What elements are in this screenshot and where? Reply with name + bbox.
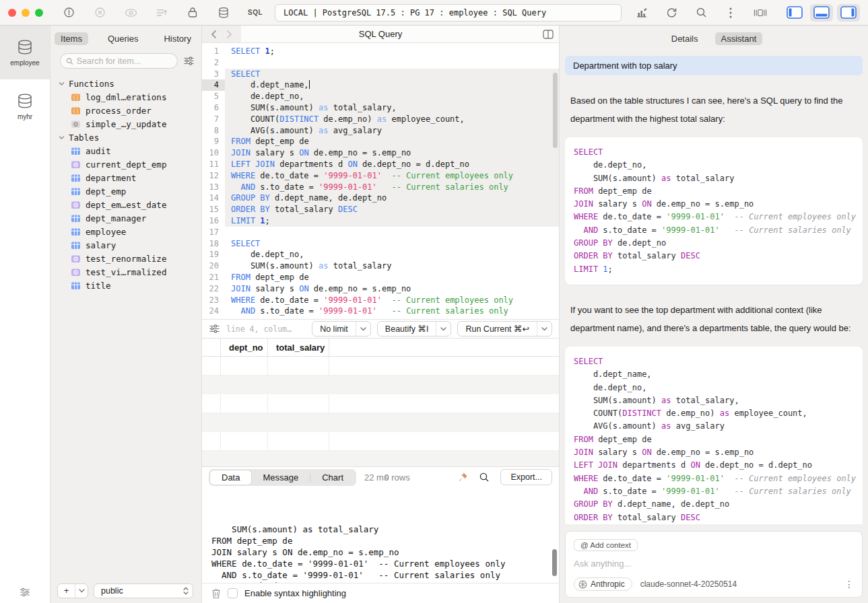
toggle-bottom-panel-button[interactable]	[810, 4, 833, 22]
assistant-intro-text: Based on the table structures I can see,…	[570, 92, 856, 128]
output-tab-message[interactable]: Message	[251, 470, 310, 485]
beautify-button[interactable]: Beautify ⌘I	[377, 321, 452, 336]
assistant-composer[interactable]: @ Add context Anthropic claude-sonnet-4-…	[565, 531, 863, 598]
sql-editor[interactable]: 123456789101112131415161718192021222324 …	[202, 43, 559, 319]
sidebar-item-process_order[interactable]: ()process_order	[59, 104, 201, 117]
output-tab-data[interactable]: Data	[210, 470, 251, 485]
code-line: de.dept_no,	[574, 382, 857, 394]
sidebar-item-audit[interactable]: audit	[59, 144, 201, 157]
results-grid[interactable]: dept_no total_salary	[202, 339, 559, 466]
database-rail-item-employee[interactable]: employee	[0, 26, 50, 79]
result-row[interactable]	[202, 394, 559, 413]
panel-tab-details[interactable]: Details	[665, 32, 704, 45]
provider-pill[interactable]: Anthropic	[574, 577, 632, 591]
run-current-button[interactable]: Run Current ⌘↩	[457, 321, 552, 336]
sidebar-item-dept_manager[interactable]: dept_manager	[59, 211, 201, 225]
database-icon[interactable]	[217, 6, 230, 20]
output-tab-chart[interactable]: Chart	[310, 470, 355, 485]
eye-preview-icon[interactable]	[124, 6, 137, 20]
sidebar-item-title[interactable]: title	[59, 279, 201, 292]
lock-icon[interactable]	[186, 6, 199, 20]
result-row[interactable]	[202, 413, 559, 432]
result-row[interactable]	[202, 357, 559, 376]
assistant-input[interactable]	[574, 559, 854, 569]
close-window-button[interactable]	[8, 9, 16, 17]
tree-item-label: simple_…y_update	[86, 119, 166, 129]
limit-dropdown[interactable]: No limit	[312, 321, 371, 336]
composer-more-icon[interactable]: ⋮	[844, 579, 854, 590]
pin-icon[interactable]	[457, 472, 468, 483]
connection-icon[interactable]	[62, 6, 75, 20]
column-header-total-salary[interactable]: total_salary	[268, 339, 329, 356]
result-row[interactable]	[202, 376, 559, 394]
trash-icon[interactable]	[211, 588, 221, 599]
sidebar-item-current_dept_emp[interactable]: current_dept_emp	[59, 157, 201, 171]
view-icon	[71, 267, 81, 277]
toggle-left-panel-button[interactable]	[783, 4, 806, 22]
chevron-down-icon	[436, 322, 450, 336]
schema-select[interactable]: public	[94, 583, 193, 598]
sidebar-item-simple_y_update[interactable]: simple_…y_update	[59, 117, 201, 131]
database-rail-item-myhr[interactable]: myhr	[0, 79, 50, 133]
export-button[interactable]: Export...	[500, 469, 552, 485]
toggle-right-panel-button[interactable]	[837, 4, 860, 22]
add-context-chip[interactable]: @ Add context	[574, 539, 638, 551]
sidebar-bottom-bar: + public	[51, 581, 201, 603]
assistant-conversation[interactable]: Department with top salary Based on the …	[560, 48, 868, 524]
sidebar-search-box[interactable]	[60, 53, 178, 69]
sidebar-item-test_virmalized[interactable]: test_vi…rmalized	[59, 265, 201, 279]
more-options-icon[interactable]	[724, 6, 737, 20]
sidebar-tab-items[interactable]: Items	[55, 32, 88, 45]
search-input[interactable]	[77, 57, 172, 66]
close-tab-icon[interactable]	[93, 6, 106, 20]
assistant-code-block-2[interactable]: SELECT d.dept_name, de.dept_no, SUM(s.am…	[565, 347, 863, 524]
search-icon[interactable]	[694, 6, 708, 20]
refresh-icon[interactable]	[665, 6, 678, 20]
minimize-window-button[interactable]	[22, 9, 30, 17]
back-button[interactable]	[211, 30, 216, 38]
sidebar-item-dept_emest_date[interactable]: dept_em…est_date	[59, 198, 201, 211]
message-scrollbar[interactable]	[552, 549, 557, 576]
table-icon	[71, 213, 81, 223]
commit-list-icon[interactable]	[155, 6, 168, 20]
code-line: WHERE de.to_date = '9999-01-01' -- Curre…	[574, 211, 857, 223]
limit-dropdown-label: No limit	[312, 324, 356, 334]
line-number: 5	[202, 91, 225, 102]
editor-scrollbar[interactable]	[553, 73, 558, 148]
sidebar-item-employee[interactable]: employee	[59, 225, 201, 238]
tree-group-tables[interactable]: Tables	[59, 131, 201, 144]
tree-group-functions[interactable]: Functions	[59, 77, 201, 90]
code-line: LIMIT 1;	[225, 215, 559, 227]
result-search-icon[interactable]	[479, 472, 490, 483]
center-layout-icon[interactable]	[754, 6, 767, 20]
sidebar-filter-icon[interactable]	[183, 56, 195, 66]
sidebar-item-test_renormalize[interactable]: test_renormalize	[59, 252, 201, 265]
result-row[interactable]	[202, 432, 559, 451]
add-item-button[interactable]: +	[57, 583, 88, 598]
sidebar-item-department[interactable]: department	[59, 171, 201, 184]
sidebar-tab-queries[interactable]: Queries	[102, 32, 145, 45]
provider-logo-icon	[578, 580, 587, 589]
column-header-dept-no[interactable]: dept_no	[221, 339, 268, 356]
code-line: GROUP BY d.dept_name, de.dept_no	[225, 192, 559, 204]
line-number: 6	[202, 102, 225, 114]
chart-icon[interactable]	[635, 6, 648, 20]
message-output[interactable]: SUM(s.amount) as total_salaryFROM dept_e…	[202, 487, 559, 583]
sidebar-item-dept_emp[interactable]: dept_emp	[59, 184, 201, 198]
code-line: SUM(s.amount) as total_salary,	[574, 394, 857, 407]
sidebar-item-salary[interactable]: salary	[59, 238, 201, 252]
assistant-code-block-1[interactable]: SELECT de.dept_no, SUM(s.amount) as tota…	[565, 137, 863, 285]
footer-filter-icon[interactable]	[209, 324, 220, 334]
syntax-highlighting-checkbox[interactable]	[228, 588, 238, 598]
connection-title[interactable]: LOCAL | PostgreSQL 17.5 : PG 17 : employ…	[275, 4, 622, 22]
panel-tab-assistant[interactable]: Assistant	[715, 32, 763, 45]
message-line: JOIN salary s ON de.emp_no = s.emp_no	[211, 547, 559, 559]
schema-select-value: public	[101, 586, 183, 596]
zoom-window-button[interactable]	[35, 9, 43, 17]
forward-button[interactable]	[227, 30, 232, 38]
sidebar-item-log_dmlerations[interactable]: ()log_dml…erations	[59, 90, 201, 104]
sidebar-tab-history[interactable]: History	[158, 32, 197, 45]
rail-filter-icon[interactable]	[0, 587, 50, 598]
result-row[interactable]	[202, 451, 559, 466]
split-view-icon[interactable]	[543, 30, 554, 39]
